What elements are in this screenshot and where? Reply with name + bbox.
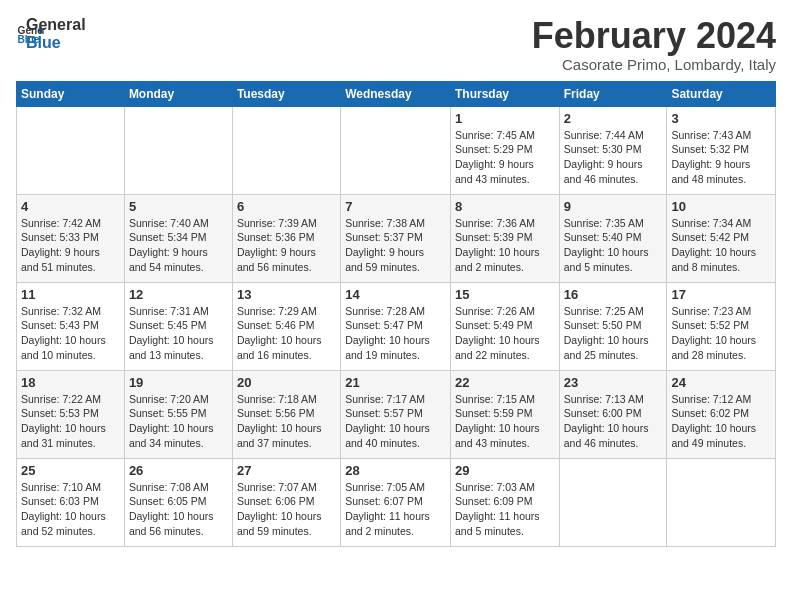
weekday-header-tuesday: Tuesday [232,81,340,106]
calendar-cell: 9Sunrise: 7:35 AM Sunset: 5:40 PM Daylig… [559,194,667,282]
day-number: 21 [345,375,446,390]
logo-blue: Blue [26,34,86,52]
calendar-cell: 18Sunrise: 7:22 AM Sunset: 5:53 PM Dayli… [17,370,125,458]
day-number: 24 [671,375,771,390]
day-number: 10 [671,199,771,214]
day-info: Sunrise: 7:43 AM Sunset: 5:32 PM Dayligh… [671,128,771,187]
calendar-cell: 28Sunrise: 7:05 AM Sunset: 6:07 PM Dayli… [341,458,451,546]
day-info: Sunrise: 7:44 AM Sunset: 5:30 PM Dayligh… [564,128,663,187]
day-info: Sunrise: 7:20 AM Sunset: 5:55 PM Dayligh… [129,392,228,451]
day-info: Sunrise: 7:31 AM Sunset: 5:45 PM Dayligh… [129,304,228,363]
day-info: Sunrise: 7:45 AM Sunset: 5:29 PM Dayligh… [455,128,555,187]
day-info: Sunrise: 7:29 AM Sunset: 5:46 PM Dayligh… [237,304,336,363]
calendar-cell: 2Sunrise: 7:44 AM Sunset: 5:30 PM Daylig… [559,106,667,194]
day-number: 20 [237,375,336,390]
location-subtitle: Casorate Primo, Lombardy, Italy [532,56,776,73]
calendar-cell: 13Sunrise: 7:29 AM Sunset: 5:46 PM Dayli… [232,282,340,370]
day-info: Sunrise: 7:39 AM Sunset: 5:36 PM Dayligh… [237,216,336,275]
day-info: Sunrise: 7:28 AM Sunset: 5:47 PM Dayligh… [345,304,446,363]
calendar-cell [232,106,340,194]
day-info: Sunrise: 7:38 AM Sunset: 5:37 PM Dayligh… [345,216,446,275]
day-number: 29 [455,463,555,478]
day-info: Sunrise: 7:03 AM Sunset: 6:09 PM Dayligh… [455,480,555,539]
day-number: 2 [564,111,663,126]
day-info: Sunrise: 7:15 AM Sunset: 5:59 PM Dayligh… [455,392,555,451]
calendar-cell: 29Sunrise: 7:03 AM Sunset: 6:09 PM Dayli… [450,458,559,546]
weekday-header-wednesday: Wednesday [341,81,451,106]
calendar-cell: 3Sunrise: 7:43 AM Sunset: 5:32 PM Daylig… [667,106,776,194]
day-info: Sunrise: 7:23 AM Sunset: 5:52 PM Dayligh… [671,304,771,363]
calendar-cell: 1Sunrise: 7:45 AM Sunset: 5:29 PM Daylig… [450,106,559,194]
calendar-cell: 24Sunrise: 7:12 AM Sunset: 6:02 PM Dayli… [667,370,776,458]
day-info: Sunrise: 7:10 AM Sunset: 6:03 PM Dayligh… [21,480,120,539]
weekday-header-sunday: Sunday [17,81,125,106]
day-number: 15 [455,287,555,302]
day-number: 4 [21,199,120,214]
calendar-cell: 25Sunrise: 7:10 AM Sunset: 6:03 PM Dayli… [17,458,125,546]
day-number: 8 [455,199,555,214]
day-info: Sunrise: 7:13 AM Sunset: 6:00 PM Dayligh… [564,392,663,451]
day-number: 17 [671,287,771,302]
calendar-cell: 20Sunrise: 7:18 AM Sunset: 5:56 PM Dayli… [232,370,340,458]
logo: General Blue General Blue [16,16,86,51]
calendar-cell: 8Sunrise: 7:36 AM Sunset: 5:39 PM Daylig… [450,194,559,282]
calendar-cell [124,106,232,194]
day-number: 28 [345,463,446,478]
calendar-cell: 27Sunrise: 7:07 AM Sunset: 6:06 PM Dayli… [232,458,340,546]
day-number: 6 [237,199,336,214]
calendar-cell: 12Sunrise: 7:31 AM Sunset: 5:45 PM Dayli… [124,282,232,370]
calendar-cell [341,106,451,194]
day-number: 12 [129,287,228,302]
calendar-cell [667,458,776,546]
calendar-cell: 19Sunrise: 7:20 AM Sunset: 5:55 PM Dayli… [124,370,232,458]
day-number: 9 [564,199,663,214]
weekday-header-row: SundayMondayTuesdayWednesdayThursdayFrid… [17,81,776,106]
calendar-week-5: 25Sunrise: 7:10 AM Sunset: 6:03 PM Dayli… [17,458,776,546]
day-info: Sunrise: 7:18 AM Sunset: 5:56 PM Dayligh… [237,392,336,451]
calendar-cell: 4Sunrise: 7:42 AM Sunset: 5:33 PM Daylig… [17,194,125,282]
day-number: 13 [237,287,336,302]
weekday-header-monday: Monday [124,81,232,106]
calendar-cell: 23Sunrise: 7:13 AM Sunset: 6:00 PM Dayli… [559,370,667,458]
calendar-cell: 21Sunrise: 7:17 AM Sunset: 5:57 PM Dayli… [341,370,451,458]
calendar-cell: 17Sunrise: 7:23 AM Sunset: 5:52 PM Dayli… [667,282,776,370]
day-info: Sunrise: 7:25 AM Sunset: 5:50 PM Dayligh… [564,304,663,363]
day-number: 14 [345,287,446,302]
day-info: Sunrise: 7:32 AM Sunset: 5:43 PM Dayligh… [21,304,120,363]
day-info: Sunrise: 7:35 AM Sunset: 5:40 PM Dayligh… [564,216,663,275]
day-number: 25 [21,463,120,478]
day-number: 11 [21,287,120,302]
calendar-cell: 10Sunrise: 7:34 AM Sunset: 5:42 PM Dayli… [667,194,776,282]
day-info: Sunrise: 7:26 AM Sunset: 5:49 PM Dayligh… [455,304,555,363]
page-header: General Blue General Blue February 2024 … [16,16,776,73]
day-info: Sunrise: 7:08 AM Sunset: 6:05 PM Dayligh… [129,480,228,539]
day-info: Sunrise: 7:05 AM Sunset: 6:07 PM Dayligh… [345,480,446,539]
day-info: Sunrise: 7:34 AM Sunset: 5:42 PM Dayligh… [671,216,771,275]
calendar-cell: 7Sunrise: 7:38 AM Sunset: 5:37 PM Daylig… [341,194,451,282]
weekday-header-thursday: Thursday [450,81,559,106]
day-number: 18 [21,375,120,390]
calendar-cell [17,106,125,194]
day-number: 19 [129,375,228,390]
calendar-cell: 14Sunrise: 7:28 AM Sunset: 5:47 PM Dayli… [341,282,451,370]
day-number: 3 [671,111,771,126]
calendar-cell: 5Sunrise: 7:40 AM Sunset: 5:34 PM Daylig… [124,194,232,282]
day-number: 1 [455,111,555,126]
calendar-cell: 26Sunrise: 7:08 AM Sunset: 6:05 PM Dayli… [124,458,232,546]
calendar-cell: 16Sunrise: 7:25 AM Sunset: 5:50 PM Dayli… [559,282,667,370]
day-number: 7 [345,199,446,214]
calendar-week-1: 1Sunrise: 7:45 AM Sunset: 5:29 PM Daylig… [17,106,776,194]
day-number: 5 [129,199,228,214]
calendar-cell: 6Sunrise: 7:39 AM Sunset: 5:36 PM Daylig… [232,194,340,282]
day-info: Sunrise: 7:22 AM Sunset: 5:53 PM Dayligh… [21,392,120,451]
calendar-cell: 11Sunrise: 7:32 AM Sunset: 5:43 PM Dayli… [17,282,125,370]
day-number: 23 [564,375,663,390]
logo-general: General [26,16,86,34]
calendar-table: SundayMondayTuesdayWednesdayThursdayFrid… [16,81,776,547]
calendar-cell: 15Sunrise: 7:26 AM Sunset: 5:49 PM Dayli… [450,282,559,370]
day-number: 26 [129,463,228,478]
day-info: Sunrise: 7:40 AM Sunset: 5:34 PM Dayligh… [129,216,228,275]
calendar-cell [559,458,667,546]
calendar-week-2: 4Sunrise: 7:42 AM Sunset: 5:33 PM Daylig… [17,194,776,282]
day-info: Sunrise: 7:36 AM Sunset: 5:39 PM Dayligh… [455,216,555,275]
